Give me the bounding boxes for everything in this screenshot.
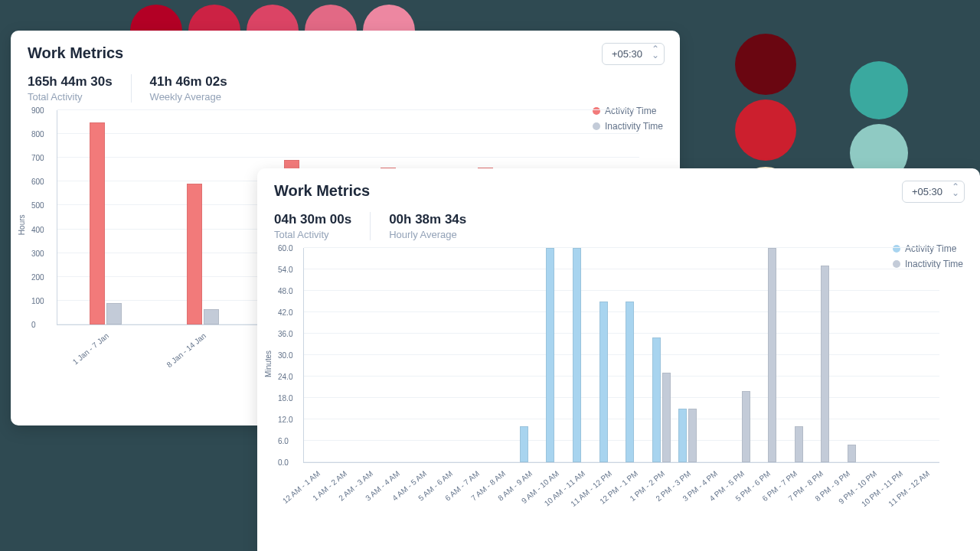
y-tick: 24.0	[278, 373, 292, 381]
bar-inactivity[interactable]	[795, 426, 803, 462]
y-tick: 60.0	[278, 244, 292, 253]
bar-inactivity[interactable]	[688, 409, 697, 462]
y-tick: 48.0	[278, 287, 292, 295]
y-axis-label: Hours	[18, 214, 26, 235]
work-metrics-hourly-card: Work Metrics +05:30 ⌃⌄ 04h 30m 00s Total…	[257, 168, 980, 551]
x-tick: 8 Jan - 14 Jan	[165, 331, 207, 369]
palette-swatch	[735, 34, 796, 95]
timezone-select[interactable]: +05:30 ⌃⌄	[902, 181, 965, 203]
bar-inactivity[interactable]	[848, 445, 856, 462]
bar-group	[648, 337, 675, 462]
stat-total-activity: 165h 44m 30s Total Activity	[28, 74, 131, 103]
timezone-value: +05:30	[612, 48, 642, 60]
stat-weekly-average: 41h 46m 02s Weekly Average	[131, 74, 246, 103]
bar-group	[754, 248, 781, 462]
bar-activity[interactable]	[599, 302, 608, 462]
stat-hourly-average: 00h 38m 34s Hourly Average	[370, 212, 485, 240]
y-tick: 700	[31, 154, 44, 162]
y-axis-label: Minutes	[264, 350, 273, 377]
chevron-up-down-icon: ⌃⌄	[952, 184, 959, 196]
bar-inactivity[interactable]	[204, 309, 219, 324]
stats-row: 04h 30m 00s Total Activity 00h 38m 34s H…	[274, 212, 963, 240]
bar-activity[interactable]	[678, 409, 687, 462]
bar-group	[569, 248, 596, 462]
bar-inactivity[interactable]	[821, 266, 829, 462]
bar-group	[57, 122, 155, 324]
bar-inactivity[interactable]	[742, 391, 750, 462]
card-title: Work Metrics	[274, 182, 963, 200]
y-tick: 30.0	[278, 351, 292, 360]
card-title: Work Metrics	[28, 44, 663, 62]
bar-group	[675, 409, 701, 462]
y-tick: 500	[31, 201, 44, 210]
bar-activity[interactable]	[187, 184, 202, 324]
y-tick: 12.0	[278, 416, 292, 424]
bar-activity[interactable]	[90, 122, 105, 324]
bar-group	[155, 184, 252, 324]
stats-row: 165h 44m 30s Total Activity 41h 46m 02s …	[28, 74, 663, 103]
y-tick: 54.0	[278, 266, 292, 274]
palette-swatch	[735, 99, 796, 161]
bar-activity[interactable]	[520, 426, 528, 462]
y-tick: 800	[31, 130, 44, 139]
y-tick: 6.0	[278, 437, 289, 445]
y-tick: 0	[31, 321, 36, 329]
bar-group	[780, 426, 807, 462]
y-tick: 36.0	[278, 330, 292, 338]
y-tick: 100	[31, 296, 44, 305]
y-tick: 18.0	[278, 394, 292, 403]
y-tick: 300	[31, 249, 44, 257]
timezone-select[interactable]: +05:30 ⌃⌄	[602, 43, 665, 65]
bar-group	[727, 391, 754, 462]
bar-inactivity[interactable]	[106, 303, 122, 324]
bar-activity[interactable]	[652, 337, 661, 462]
bar-activity[interactable]	[626, 302, 634, 462]
bar-group	[516, 426, 543, 462]
y-tick: 400	[31, 225, 44, 233]
bar-group	[542, 248, 569, 462]
y-tick: 900	[31, 106, 44, 115]
bar-inactivity[interactable]	[768, 248, 776, 462]
bar-activity[interactable]	[546, 248, 554, 462]
bar-group	[834, 445, 861, 462]
y-tick: 200	[31, 272, 44, 281]
bar-group	[622, 302, 648, 462]
y-tick: 0.0	[278, 458, 289, 467]
bar-group	[595, 302, 622, 462]
hourly-chart: Minutes 0.06.012.018.024.030.036.042.048…	[274, 248, 963, 524]
y-tick: 600	[31, 178, 44, 186]
bar-group	[807, 266, 834, 462]
bar-activity[interactable]	[573, 248, 581, 462]
x-tick: 1 Jan - 7 Jan	[71, 331, 110, 367]
bar-inactivity[interactable]	[662, 373, 671, 462]
stat-total-activity: 04h 30m 00s Total Activity	[274, 212, 370, 240]
palette-swatch	[850, 61, 908, 119]
chevron-up-down-icon: ⌃⌄	[652, 46, 659, 58]
timezone-value: +05:30	[912, 186, 942, 197]
y-tick: 42.0	[278, 308, 292, 317]
